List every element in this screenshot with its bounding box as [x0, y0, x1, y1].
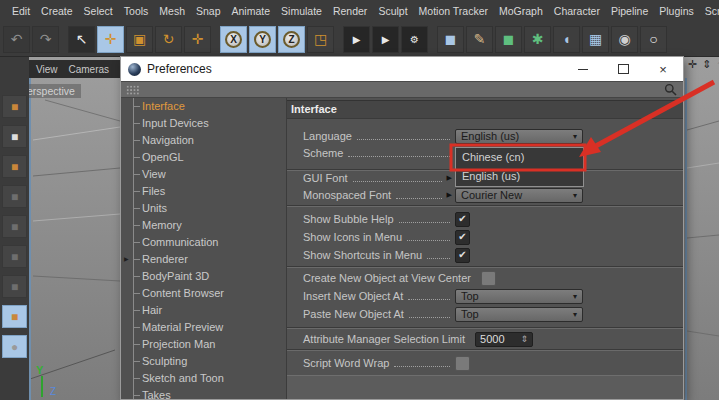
redo-icon[interactable]: ↷: [32, 26, 59, 53]
spline-pen-icon[interactable]: ✎: [466, 26, 493, 53]
separator: [287, 266, 683, 268]
menu-item-character[interactable]: Character: [552, 5, 602, 17]
language-dropdown[interactable]: English (us)▾: [455, 129, 583, 144]
model-mode-icon[interactable]: ■: [2, 125, 27, 148]
menu-item-animate[interactable]: Animate: [230, 5, 273, 17]
z-axis-lock-button[interactable]: Z: [278, 26, 305, 53]
menu-item-tools[interactable]: Tools: [122, 5, 151, 17]
chevron-down-icon: ▾: [573, 310, 577, 319]
deformers-icon[interactable]: ◖: [553, 26, 580, 53]
menu-item-motion-tracker[interactable]: Motion Tracker: [417, 5, 490, 17]
preferences-title-bar[interactable]: Preferences ×: [121, 57, 683, 81]
sidebar-item-takes[interactable]: Takes: [121, 387, 286, 399]
insert-new-object-label: Insert New Object At: [303, 290, 403, 302]
sidebar-item-projection-man[interactable]: Projection Man: [121, 336, 286, 353]
rotate-tool-icon[interactable]: ↻: [155, 26, 182, 53]
monospaced-font-dropdown[interactable]: Courier New▾: [455, 188, 583, 203]
menu-item-plugins[interactable]: Plugins: [657, 5, 695, 17]
menu-item-pipeline[interactable]: Pipeline: [609, 5, 650, 17]
camera-icon[interactable]: ◉: [611, 26, 638, 53]
menu-item-script[interactable]: Script: [703, 5, 719, 17]
show-icons-in-menu-checkbox[interactable]: ✔: [455, 230, 470, 245]
show-shortcuts-in-menu-checkbox[interactable]: ✔: [455, 248, 470, 263]
sidebar-item-opengl[interactable]: OpenGL: [121, 149, 286, 166]
sidebar-item-hair[interactable]: Hair: [121, 302, 286, 319]
sidebar-item-bodypaint-3d[interactable]: BodyPaint 3D: [121, 268, 286, 285]
enable-axis-icon[interactable]: ■: [2, 305, 27, 328]
sidebar-item-sculpting[interactable]: Sculpting: [121, 353, 286, 370]
menu-item-mesh[interactable]: Mesh: [157, 5, 187, 17]
menu-item-simulate[interactable]: Simulate: [279, 5, 324, 17]
edges-mode-icon[interactable]: ■: [2, 245, 27, 268]
add-primitive-icon[interactable]: ◼: [437, 26, 464, 53]
points-mode-icon[interactable]: ■: [2, 215, 27, 238]
close-button[interactable]: ×: [643, 57, 683, 81]
make-editable-icon[interactable]: ■: [2, 95, 27, 118]
render-picture-viewer-icon[interactable]: ▶: [372, 26, 399, 53]
show-bubble-help-checkbox[interactable]: ✔: [455, 212, 470, 227]
drag-grip-icon[interactable]: [126, 85, 140, 95]
sidebar-item-material-preview[interactable]: Material Preview: [121, 319, 286, 336]
sidebar-item-navigation[interactable]: Navigation: [121, 132, 286, 149]
coordinate-system-icon[interactable]: ◳: [307, 26, 334, 53]
viewport-menu-cameras[interactable]: Cameras: [67, 64, 112, 75]
search-icon[interactable]: [664, 83, 677, 96]
render-settings-icon[interactable]: ⚙: [401, 26, 428, 53]
zoom-view-icon[interactable]: ⇕: [702, 58, 711, 71]
last-tool-icon[interactable]: ✛: [184, 26, 211, 53]
create-new-object-checkbox[interactable]: [481, 271, 496, 286]
paste-new-object-dropdown[interactable]: Top▾: [455, 307, 583, 322]
generators-icon[interactable]: ◼: [495, 26, 522, 53]
x-axis-lock-button[interactable]: X: [220, 26, 247, 53]
preferences-sidebar: Interface Input Devices Navigation OpenG…: [121, 98, 287, 399]
move-tool-icon[interactable]: ✛: [97, 26, 124, 53]
attribute-limit-spinner[interactable]: 5000⇕: [475, 332, 533, 347]
viewport-active-border-right: [685, 78, 687, 400]
menu-item-edit[interactable]: Edit: [10, 5, 32, 17]
sidebar-item-input-devices[interactable]: Input Devices: [121, 115, 286, 132]
live-selection-icon[interactable]: ↖: [68, 26, 95, 53]
sidebar-item-content-browser[interactable]: Content Browser: [121, 285, 286, 302]
dropdown-option-english-us[interactable]: English (us): [456, 167, 583, 186]
sidebar-item-interface[interactable]: Interface: [121, 98, 286, 115]
menu-item-mograph[interactable]: MoGraph: [497, 5, 545, 17]
paste-new-object-value: Top: [461, 308, 479, 320]
script-word-wrap-checkbox[interactable]: [455, 356, 470, 371]
environment-icon[interactable]: ▦: [582, 26, 609, 53]
insert-new-object-dropdown[interactable]: Top▾: [455, 289, 583, 304]
sidebar-item-communication[interactable]: Communication: [121, 234, 286, 251]
workplane-mode-icon[interactable]: ■: [2, 185, 27, 208]
sidebar-item-files[interactable]: Files: [121, 183, 286, 200]
minimize-button[interactable]: [563, 57, 603, 81]
undo-icon[interactable]: ↶: [3, 26, 30, 53]
pan-view-icon[interactable]: ✛: [688, 58, 697, 71]
dropdown-option-chinese-cn[interactable]: Chinese (cn): [456, 148, 583, 167]
menu-item-select[interactable]: Select: [82, 5, 115, 17]
menu-item-create[interactable]: Create: [39, 5, 75, 17]
chevron-down-icon: ▾: [573, 191, 577, 200]
render-view-icon[interactable]: ▶: [343, 26, 370, 53]
maximize-button[interactable]: [603, 57, 643, 81]
sidebar-item-view[interactable]: View: [121, 166, 286, 183]
sidebar-item-units[interactable]: Units: [121, 200, 286, 217]
spinner-arrows-icon[interactable]: ⇕: [520, 334, 528, 344]
y-axis-lock-button[interactable]: Y: [249, 26, 276, 53]
expand-arrow-icon[interactable]: ▶: [124, 251, 129, 268]
attribute-limit-row: Attribute Manager Selection Limit 5000⇕: [303, 331, 583, 347]
light-icon[interactable]: ○: [640, 26, 667, 53]
menu-item-render[interactable]: Render: [331, 5, 369, 17]
script-word-wrap-row: Script Word Wrap: [303, 355, 583, 371]
sidebar-item-renderer[interactable]: ▶Renderer: [121, 251, 286, 268]
viewport-filter-icon[interactable]: ●: [2, 335, 27, 358]
gui-font-label: GUI Font: [303, 172, 348, 184]
texture-mode-icon[interactable]: ■: [2, 155, 27, 178]
scale-tool-icon[interactable]: ▣: [126, 26, 153, 53]
polygons-mode-icon[interactable]: ■: [2, 275, 27, 298]
menu-item-snap[interactable]: Snap: [194, 5, 223, 17]
menu-item-sculpt[interactable]: Sculpt: [376, 5, 409, 17]
sidebar-item-memory[interactable]: Memory: [121, 217, 286, 234]
modifiers-icon[interactable]: ✱: [524, 26, 551, 53]
viewport-menu-view[interactable]: View: [34, 64, 60, 75]
sidebar-item-sketch-and-toon[interactable]: Sketch and Toon: [121, 370, 286, 387]
separator: [287, 327, 683, 329]
